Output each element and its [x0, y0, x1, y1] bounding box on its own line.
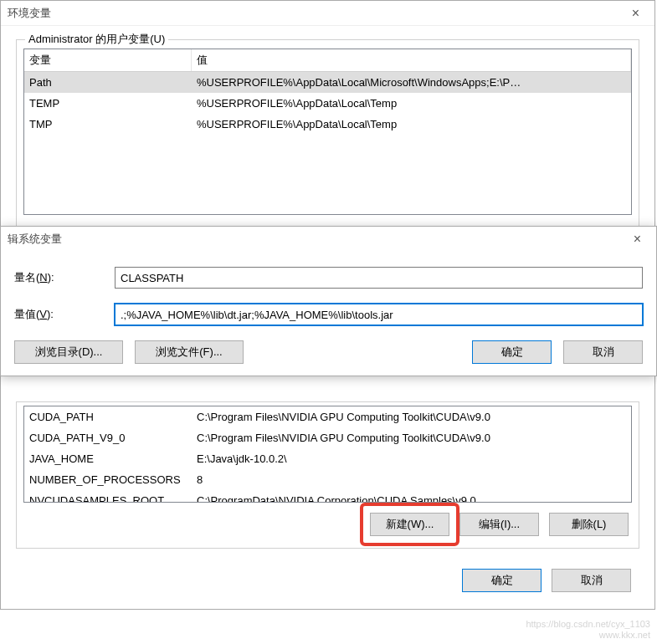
edit-body: 量名(N): 量值(V): 浏览目录(D)... 浏览文件(F)... 确定 取… — [1, 252, 656, 376]
col-name[interactable]: 变量 — [24, 49, 192, 71]
edit-dialog-buttons: 浏览目录(D)... 浏览文件(F)... 确定 取消 — [14, 340, 643, 364]
table-row[interactable]: TEMP%USERPROFILE%\AppData\Local\Temp — [24, 93, 631, 114]
var-name-cell: TMP — [24, 115, 192, 133]
var-name-row: 量名(N): — [14, 267, 643, 289]
user-vars-group: Administrator 的用户变量(U) 变量 值 Path%USERPRO… — [16, 39, 639, 227]
cancel-button[interactable]: 取消 — [552, 569, 631, 592]
table-row[interactable]: TMP%USERPROFILE%\AppData\Local\Temp — [24, 114, 631, 135]
var-value-cell: %USERPROFILE%\AppData\Local\Microsoft\Wi… — [192, 74, 631, 91]
edit-title: 辑系统变量 — [8, 232, 625, 247]
edit-titlebar[interactable]: 辑系统变量 × — [1, 227, 656, 252]
var-value-cell: E:\Java\jdk-10.0.2\ — [192, 450, 631, 468]
user-vars-header[interactable]: 变量 值 — [24, 49, 631, 72]
var-value-row: 量值(V): — [14, 304, 643, 325]
table-row[interactable]: NUMBER_OF_PROCESSORS8 — [24, 469, 631, 490]
edit-cancel-button[interactable]: 取消 — [563, 340, 643, 364]
close-icon[interactable]: × — [625, 232, 649, 247]
edit-ok-button[interactable]: 确定 — [472, 340, 552, 364]
table-row[interactable]: CUDA_PATHC:\Program Files\NVIDIA GPU Com… — [24, 406, 631, 427]
ok-button[interactable]: 确定 — [462, 569, 542, 592]
var-value-label: 量值(V): — [14, 307, 115, 322]
var-value-input[interactable] — [115, 304, 643, 325]
env-footer-buttons: 确定 取消 — [1, 560, 654, 609]
var-value-cell: %USERPROFILE%\AppData\Local\Temp — [192, 95, 631, 112]
var-name-cell: NVCUDASAMPLES_ROOT — [24, 492, 192, 502]
var-name-cell: TEMP — [24, 95, 192, 112]
system-vars-group: CUDA_PATHC:\Program Files\NVIDIA GPU Com… — [16, 401, 639, 549]
delete-button[interactable]: 删除(L) — [549, 513, 629, 536]
var-value-cell: C:\Program Files\NVIDIA GPU Computing To… — [192, 408, 631, 426]
var-name-input[interactable] — [115, 267, 643, 289]
var-name-cell: CUDA_PATH — [24, 408, 192, 426]
user-vars-label: Administrator 的用户变量(U) — [25, 32, 168, 47]
var-name-label: 量名(N): — [14, 270, 115, 285]
edit-button[interactable]: 编辑(I)... — [459, 513, 539, 536]
table-row[interactable]: Path%USERPROFILE%\AppData\Local\Microsof… — [24, 72, 631, 93]
var-name-cell: JAVA_HOME — [24, 450, 192, 468]
var-value-cell: %USERPROFILE%\AppData\Local\Temp — [192, 115, 631, 133]
user-vars-body[interactable]: Path%USERPROFILE%\AppData\Local\Microsof… — [24, 72, 631, 214]
table-row[interactable]: CUDA_PATH_V9_0C:\Program Files\NVIDIA GP… — [24, 427, 631, 448]
table-row[interactable]: NVCUDASAMPLES_ROOTC:\ProgramData\NVIDIA … — [24, 490, 631, 502]
col-value[interactable]: 值 — [192, 49, 631, 71]
var-name-cell: CUDA_PATH_V9_0 — [24, 429, 192, 447]
system-vars-body[interactable]: CUDA_PATHC:\Program Files\NVIDIA GPU Com… — [24, 406, 631, 502]
var-value-cell: C:\Program Files\NVIDIA GPU Computing To… — [192, 429, 631, 447]
user-vars-table: 变量 值 Path%USERPROFILE%\AppData\Local\Mic… — [23, 49, 632, 215]
var-value-cell: 8 — [192, 471, 631, 488]
var-name-cell: Path — [24, 74, 192, 91]
table-row[interactable]: JAVA_HOMEE:\Java\jdk-10.0.2\ — [24, 448, 631, 469]
var-value-cell: C:\ProgramData\NVIDIA Corporation\CUDA S… — [192, 492, 631, 502]
watermark: https://blog.csdn.net/cyx_1103 www.kkx.n… — [526, 619, 650, 641]
env-titlebar[interactable]: 环境变量 × — [1, 1, 654, 26]
system-vars-buttons: 新建(W)... 编辑(I)... 删除(L) — [23, 513, 632, 536]
browse-dir-button[interactable]: 浏览目录(D)... — [14, 340, 123, 364]
system-vars-table: CUDA_PATHC:\Program Files\NVIDIA GPU Com… — [23, 406, 632, 503]
edit-system-variable-dialog: 辑系统变量 × 量名(N): 量值(V): 浏览目录(D)... 浏览文件(F)… — [0, 226, 657, 376]
new-button[interactable]: 新建(W)... — [370, 513, 449, 536]
close-icon[interactable]: × — [624, 6, 648, 21]
browse-file-button[interactable]: 浏览文件(F)... — [135, 340, 244, 364]
var-name-cell: NUMBER_OF_PROCESSORS — [24, 471, 192, 488]
env-title: 环境变量 — [8, 6, 624, 21]
